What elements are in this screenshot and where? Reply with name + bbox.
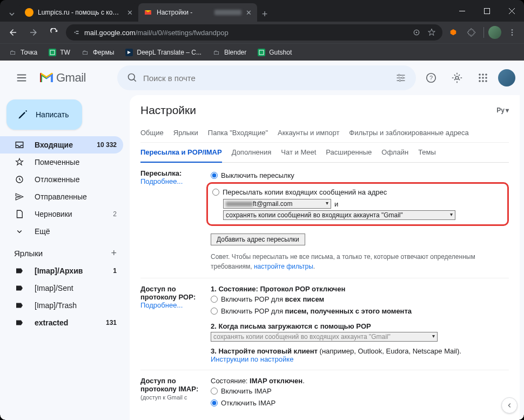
radio[interactable] — [211, 388, 218, 395]
settings-tab[interactable]: Расширенные — [326, 143, 372, 162]
learn-more-link[interactable]: Подробнее... — [140, 301, 183, 309]
label-item[interactable]: [Imap]/Архив1 — [0, 262, 123, 279]
section-label: Доступ по протоколу IMAP: — [140, 377, 198, 393]
bookmark-item[interactable]: Gutshot — [253, 46, 296, 59]
radio[interactable] — [212, 189, 219, 196]
profile-avatar[interactable] — [488, 26, 501, 39]
forward-on-option[interactable]: Пересылать копии входящих сообщений на а… — [212, 186, 503, 198]
search-input[interactable] — [143, 74, 390, 83]
imap-section: Доступ по протоколу IMAP: (доступ к Gmai… — [140, 370, 509, 415]
svg-rect-4 — [76, 33, 78, 34]
search-box[interactable] — [117, 65, 416, 90]
extensions-menu[interactable] — [464, 25, 479, 40]
browser-tab-active[interactable]: Настройки - ✕ — [138, 3, 257, 22]
site-info-icon[interactable] — [72, 29, 80, 36]
forward-action-select[interactable]: сохранять копии сообщений во входящих ак… — [223, 210, 455, 220]
sidebar-item-inbox[interactable]: Входящие10 332 — [0, 136, 123, 154]
gmail-icon — [39, 72, 54, 84]
settings-tab[interactable]: Чат и Meet — [281, 143, 316, 162]
apps-button[interactable] — [472, 67, 494, 89]
forward-button[interactable] — [25, 24, 42, 41]
svg-point-24 — [485, 74, 487, 76]
url-box[interactable]: mail.google.com/mail/u/0/#settings/fwdan… — [66, 24, 442, 41]
add-forward-address-button[interactable]: Добавить адрес пересылки — [211, 234, 305, 245]
settings-panel: Настройки Ру ▾ ОбщиеЯрлыкиПапка "Входящи… — [130, 95, 520, 420]
imap-off-option[interactable]: Отключить IMAP — [211, 397, 509, 409]
language-switcher[interactable]: Ру ▾ — [496, 106, 509, 114]
label-icon — [14, 301, 25, 310]
label-text: [Imap]/Архив — [35, 266, 83, 275]
configure-filters-link[interactable]: настройте фильтры — [254, 263, 313, 270]
radio[interactable] — [211, 308, 218, 315]
sidebar-item-star[interactable]: Помеченные — [0, 154, 123, 171]
settings-tab[interactable]: Фильтры и заблокированные адреса — [349, 123, 468, 142]
bookmark-item[interactable]: TW — [44, 46, 75, 59]
maximize-button[interactable] — [474, 0, 499, 22]
pop-now-option[interactable]: Включить POP для писем, полученных с это… — [211, 305, 509, 317]
browser-tab[interactable]: Lumpics.ru - помощь с компь ✕ — [19, 3, 138, 22]
label-item[interactable]: extracted131 — [0, 314, 123, 331]
search-options-icon[interactable] — [390, 72, 412, 83]
label-item[interactable]: [Imap]/Trash — [0, 297, 123, 314]
gmail-logo[interactable]: Gmail — [39, 71, 86, 85]
forward-off-option[interactable]: Выключить пересылку — [211, 169, 509, 181]
close-icon[interactable]: ✕ — [246, 9, 252, 17]
bookmark-item[interactable]: 🗀Blender — [208, 46, 251, 59]
forward-address-select[interactable]: ft@gmail.com — [223, 199, 331, 209]
settings-tab[interactable]: Ярлыки — [173, 123, 198, 142]
settings-tab[interactable]: Темы — [418, 143, 436, 162]
extension-button[interactable] — [446, 25, 461, 40]
compose-button[interactable]: Написать — [6, 99, 82, 130]
search-icon[interactable] — [122, 72, 143, 83]
sidebar-item-send[interactable]: Отправленные — [0, 188, 123, 205]
settings-tab[interactable]: Аккаунты и импорт — [278, 123, 339, 142]
radio[interactable] — [211, 296, 218, 303]
learn-more-link[interactable]: Подробнее... — [140, 177, 183, 185]
send-icon — [14, 192, 25, 202]
folder-icon: 🗀 — [212, 48, 221, 57]
svg-point-26 — [482, 77, 484, 79]
side-panel-toggle[interactable] — [501, 397, 518, 414]
settings-tab[interactable]: Папка "Входящие" — [208, 123, 268, 142]
radio[interactable] — [211, 399, 218, 406]
imap-on-option[interactable]: Включить IMAP — [211, 385, 509, 397]
pop-h2: 2. Когда письма загружаются с помощью PO… — [211, 322, 371, 330]
label-item[interactable]: [Imap]/Sent — [0, 279, 123, 297]
svg-point-29 — [482, 80, 484, 82]
gmail-header: Gmail ? — [0, 61, 524, 95]
new-tab-button[interactable]: + — [257, 6, 272, 22]
settings-tab[interactable]: Пересылка и POP/IMAP — [140, 143, 222, 163]
settings-tab[interactable]: Общие — [140, 123, 164, 142]
gmail-page: Gmail ? Написать Входящие10 332Помеченны… — [0, 61, 524, 420]
close-button[interactable] — [499, 0, 524, 22]
sidebar-item-draft[interactable]: Черновики2 — [0, 205, 123, 223]
minimize-button[interactable] — [449, 0, 474, 22]
svg-point-7 — [512, 29, 513, 31]
add-label-button[interactable]: + — [111, 248, 117, 259]
bookmark-item[interactable]: 🗀Точка — [4, 46, 42, 59]
radio[interactable] — [211, 172, 218, 179]
bookmark-item[interactable]: DeepL Translate – С... — [120, 46, 206, 59]
settings-tab[interactable]: Дополнения — [232, 143, 272, 162]
lens-icon[interactable] — [412, 28, 421, 37]
help-button[interactable]: ? — [420, 67, 442, 89]
label-count: 1 — [113, 267, 117, 275]
sidebar-item-more[interactable]: Ещё — [0, 223, 123, 240]
browser-menu[interactable] — [505, 25, 520, 40]
setup-instructions-link[interactable]: Инструкции по настройке — [211, 355, 293, 363]
settings-button[interactable] — [446, 67, 468, 89]
close-icon[interactable]: ✕ — [127, 9, 133, 17]
bookmark-icon[interactable] — [427, 28, 436, 37]
sidebar-item-clock[interactable]: Отложенные — [0, 171, 123, 188]
section-label: Пересылка: — [140, 169, 182, 177]
svg-point-2 — [75, 32, 76, 33]
bookmark-item[interactable]: 🗀Фермы — [77, 46, 118, 59]
tab-search-button[interactable] — [4, 6, 19, 22]
account-avatar[interactable] — [498, 69, 515, 86]
settings-tab[interactable]: Офлайн — [381, 143, 408, 162]
tab-title: Настройки - — [157, 9, 210, 16]
reload-button[interactable] — [45, 24, 63, 41]
pop-all-option[interactable]: Включить POP для всех писем — [211, 293, 509, 305]
menu-button[interactable] — [9, 65, 35, 91]
back-button[interactable] — [4, 24, 22, 41]
